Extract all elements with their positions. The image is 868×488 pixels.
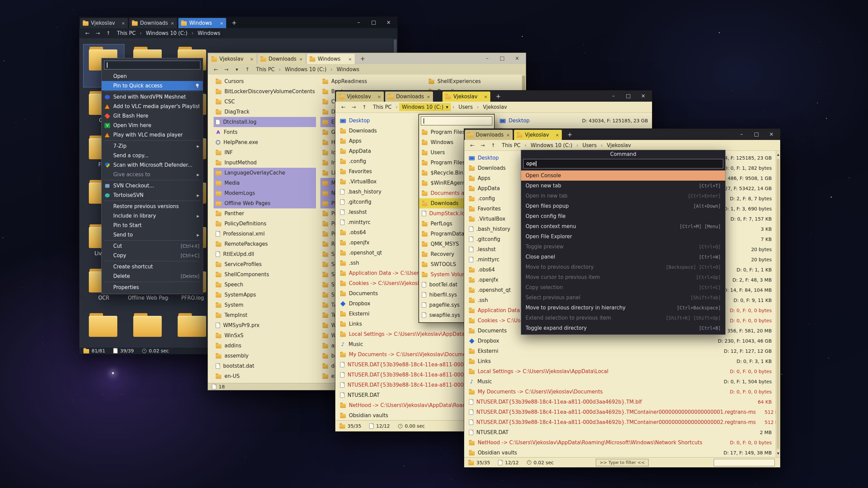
file-row-fonts[interactable]: AFonts [214, 127, 316, 137]
file-row-professional-xml[interactable]: Professional.xml [214, 229, 316, 239]
file-row-ntuser-dat-53b39e88-18c4-11ea-a811-000d3aa4692b-tmcontainer00000000000000000002-regtrans-ms[interactable]: NTUSER.DAT{53b39e88-18c4-11ea-a811-000d3… [464, 417, 776, 427]
command-item-open-console[interactable]: Open Console [521, 170, 725, 181]
file-icon-item[interactable] [128, 311, 169, 347]
file-row-serviceprofiles[interactable]: ServiceProfiles [214, 259, 316, 269]
context-menu-item-include-in-library[interactable]: Include in library▶ [102, 211, 203, 221]
file-row-panther[interactable]: Panther [214, 208, 316, 219]
file-row-addins[interactable]: addins [214, 341, 316, 351]
win2-crumb-this-pc[interactable]: This PC [253, 65, 277, 74]
command-item-move-to-previous-directory-in-hierarchy[interactable]: Move to previous directory in hierarchy[… [521, 303, 725, 313]
file-row-links[interactable]: LinksD: 0, F: 3, 1 KB [464, 356, 776, 366]
command-item-toggle-expand-directory[interactable]: Toggle expand directory[Ctrl+B] [521, 323, 725, 333]
nav-forward-icon[interactable]: → [349, 104, 358, 110]
file-row-ntuser-dat-53b39e88-18c4-11ea-a811-000d3aa4692b-tmcontainer00000000000000000001-regtrans-ms[interactable]: NTUSER.DAT{53b39e88-18c4-11ea-a811-000d3… [464, 407, 776, 417]
tab-close-icon[interactable]: × [348, 57, 352, 62]
file-row-ntuser-dat-53b39e88-18c4-11ea-a811-000d3aa4692b-tm-blf[interactable]: NTUSER.DAT{53b39e88-18c4-11ea-a811-000d3… [464, 397, 776, 407]
win4-crumb-users[interactable]: Users [580, 141, 599, 149]
nav-up-icon[interactable]: ↑ [243, 66, 252, 73]
command-item-open-config-file[interactable]: Open config file [521, 211, 725, 221]
file-row-ntuser-dat[interactable]: NTUSER.DAT2 MB [464, 427, 776, 438]
file-row-speech[interactable]: Speech [214, 280, 316, 290]
file-row-music[interactable]: ♪MusicD: 0, F: 1, 504 bytes [464, 377, 776, 387]
file-row-local-settings[interactable]: Local Settings -> C:\Users\Vjekoslav\App… [464, 366, 776, 377]
context-menu-item-send-with-nordvpn-meshnet[interactable]: Send with NordVPN Meshnet [102, 92, 203, 102]
win2-crumb-windows-10-c[interactable]: Windows 10 (C:) [282, 65, 329, 74]
file-icon-item[interactable] [83, 311, 124, 347]
nav-forward-icon[interactable]: → [478, 142, 487, 148]
nav-back-icon[interactable]: ← [211, 66, 220, 73]
window-close-button[interactable]: × [764, 129, 779, 140]
command-item-toggle-preview[interactable]: Toggle preview[Ctrl+Q] [521, 242, 725, 252]
file-row-wmsyspr9-prx[interactable]: WMSysPr9.prx [214, 320, 316, 330]
win3-tab-vjekoslav[interactable]: Vjekoslav× [336, 92, 384, 102]
nav-up-icon[interactable]: ↑ [489, 142, 498, 148]
context-menu-item-7-zip[interactable]: 7-Zip▶ [102, 141, 203, 151]
window-maximize-button[interactable]: □ [621, 90, 636, 102]
context-menu-item-delete[interactable]: Delete[Delete] [102, 271, 203, 281]
file-row-languageoverlaycache[interactable]: LanguageOverlayCache [214, 168, 316, 178]
file-row-helppane-exe[interactable]: HelpPane.exe [214, 137, 316, 147]
context-menu-item-svn-checkout[interactable]: SVN Checkout... [102, 181, 203, 190]
file-icon-item[interactable] [172, 311, 213, 347]
status-input-box[interactable] [714, 459, 775, 466]
context-menu-item-send-to[interactable]: Send to▶ [102, 230, 203, 240]
new-tab-button[interactable]: + [493, 93, 504, 100]
palette-search-input[interactable]: ope [523, 159, 723, 168]
tab-close-icon[interactable]: × [220, 21, 223, 26]
win1-tab-downloads[interactable]: Downloads× [129, 18, 177, 28]
window-close-button[interactable]: × [381, 17, 396, 28]
context-menu-item-create-shortcut[interactable]: Create shortcut [102, 262, 203, 271]
file-row-modemlogs[interactable]: ModemLogs [214, 188, 316, 198]
file-row-desktop[interactable]: DesktopD: 43034, F: 125185, 23 GB [495, 116, 652, 126]
command-item-extend-selection-to-previous-item[interactable]: Extend selection to previous item[Shift+… [521, 313, 725, 323]
window-maximize-button[interactable]: □ [366, 17, 381, 28]
window-close-button[interactable]: × [510, 53, 525, 64]
context-menu-item-properties[interactable]: Properties [102, 283, 203, 292]
nav-forward-icon[interactable]: → [93, 30, 102, 36]
command-item-copy-selection[interactable]: Copy selection[Ctrl+C] [521, 282, 725, 292]
context-menu-item-play-with-vlc-media-player[interactable]: Play with VLC media player [102, 130, 203, 140]
window-minimize-button[interactable]: – [734, 129, 749, 140]
scroll-up-icon[interactable]: ▲ [776, 151, 780, 158]
command-item-open-file-explorer[interactable]: Open File Explorer [521, 231, 725, 242]
file-row-my-documents[interactable]: My Documents -> C:\Users\Vjekoslav\Docum… [464, 387, 776, 397]
nav-up-icon[interactable]: ↑ [360, 104, 369, 110]
command-item-open-context-menu[interactable]: Open context menu[Ctrl+M] [Menu] [521, 221, 725, 231]
win2-tab-vjekoslav[interactable]: Vjekoslav× [209, 54, 256, 64]
nav-back-icon[interactable]: ← [83, 30, 92, 36]
command-item-open-in-new-tab[interactable]: Open in new tab[Ctrl+Enter] [521, 191, 725, 201]
command-item-move-cursor-to-previous-item[interactable]: Move cursor to previous item[Ctrl+Up] [521, 272, 725, 282]
nav-up-icon[interactable]: ↑ [104, 30, 113, 36]
new-tab-button[interactable]: + [229, 19, 239, 26]
win2-tab-downloads[interactable]: Downloads× [258, 54, 305, 64]
scroll-down-icon[interactable]: ▼ [776, 450, 780, 457]
tab-close-icon[interactable]: × [555, 133, 559, 138]
context-menu-item-pin-to-start[interactable]: Pin to Start [102, 221, 203, 230]
win3-tab-downloads[interactable]: Downloads× [385, 92, 433, 102]
file-row-tempinst[interactable]: TempInst [214, 310, 316, 320]
file-row-appreadiness[interactable]: AppReadiness [320, 76, 423, 86]
scrollbar[interactable]: ▲ ▼ [776, 151, 780, 457]
window-maximize-button[interactable]: □ [495, 53, 510, 64]
win2-tab-windows[interactable]: Windows× [307, 54, 355, 64]
file-row-inf[interactable]: INF [214, 147, 316, 158]
file-row-systemapps[interactable]: SystemApps [214, 290, 316, 300]
file-row-shellcomponents[interactable]: ShellComponents [214, 269, 316, 280]
file-row-eksterni[interactable]: EksterniD: 12, F: 127, 12 GB [464, 346, 776, 356]
file-row-cursors[interactable]: Cursors [214, 76, 316, 86]
tab-close-icon[interactable]: × [377, 94, 381, 99]
tab-close-icon[interactable]: × [299, 57, 303, 62]
context-menu-item-copy[interactable]: Copy[Ctrl+C] [102, 251, 203, 260]
win3-tab-vjekoslav[interactable]: Vjekoslav× [442, 92, 490, 102]
file-row-winsxs[interactable]: WinSxS [214, 330, 316, 341]
win4-crumb-this-pc[interactable]: This PC [499, 141, 523, 149]
context-menu-item-give-access-to[interactable]: Give access to▶ [102, 170, 203, 179]
type-to-filter-hint[interactable]: >> Type to filter << [596, 459, 649, 466]
file-row-obsidian-vaults[interactable]: Obsidian vaultsD: 17, F: 149, 38 MB [464, 448, 776, 457]
command-item-move-to-previous-directory[interactable]: Move to previous directory[Backspace] [C… [521, 262, 725, 272]
win4-tab-vjekoslav[interactable]: Vjekoslav× [514, 130, 562, 140]
nav-back-icon[interactable]: ← [339, 104, 348, 110]
file-row-dropbox[interactable]: DropboxD: 230, F: 1043, 46 GB [464, 336, 776, 346]
new-tab-button[interactable]: + [357, 55, 368, 62]
win4-crumb-vjekoslav[interactable]: Vjekoslav [604, 141, 634, 149]
